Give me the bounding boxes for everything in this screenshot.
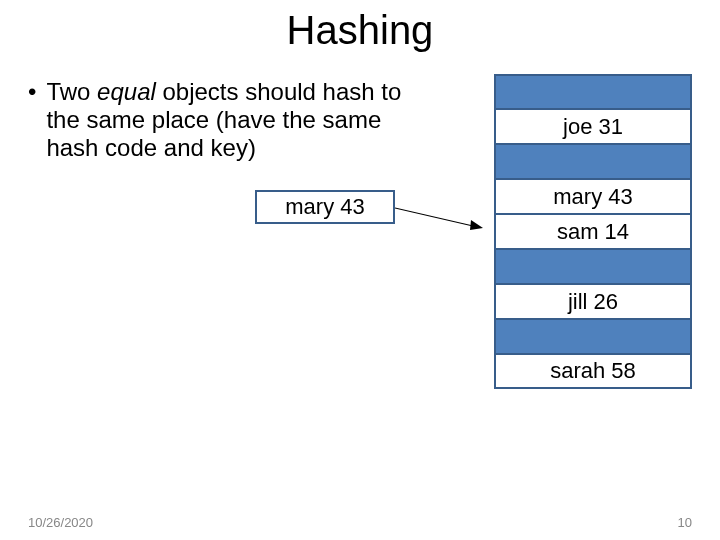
bullet-text: Two equal objects should hash to the sam… bbox=[46, 78, 428, 162]
hash-slot-label: sarah 58 bbox=[550, 358, 636, 384]
hash-slot-7 bbox=[494, 319, 692, 354]
svg-line-0 bbox=[395, 208, 473, 226]
hash-table: joe 31 mary 43 sam 14 jill 26 sarah 58 bbox=[494, 74, 692, 389]
hash-slot-2 bbox=[494, 144, 692, 179]
bullet-equal: equal bbox=[97, 78, 156, 105]
slide-title: Hashing bbox=[0, 8, 720, 53]
bullet-item: • Two equal objects should hash to the s… bbox=[28, 78, 428, 162]
hash-slot-6: jill 26 bbox=[494, 284, 692, 319]
hash-slot-label: joe 31 bbox=[563, 114, 623, 140]
footer-page: 10 bbox=[678, 515, 692, 530]
hash-slot-8: sarah 58 bbox=[494, 354, 692, 389]
arrow-icon bbox=[395, 196, 485, 236]
hash-slot-label: jill 26 bbox=[568, 289, 618, 315]
hash-slot-0 bbox=[494, 74, 692, 109]
bullet-dot: • bbox=[28, 78, 36, 162]
key-label: mary 43 bbox=[285, 194, 364, 220]
hash-slot-1: joe 31 bbox=[494, 109, 692, 144]
key-box: mary 43 bbox=[255, 190, 395, 224]
footer-date: 10/26/2020 bbox=[28, 515, 93, 530]
hash-slot-label: sam 14 bbox=[557, 219, 629, 245]
svg-marker-1 bbox=[470, 220, 483, 230]
hash-slot-3: mary 43 bbox=[494, 179, 692, 214]
slide: Hashing • Two equal objects should hash … bbox=[0, 0, 720, 540]
hash-slot-4: sam 14 bbox=[494, 214, 692, 249]
hash-slot-5 bbox=[494, 249, 692, 284]
bullet-prefix: Two bbox=[46, 78, 97, 105]
hash-slot-label: mary 43 bbox=[553, 184, 632, 210]
